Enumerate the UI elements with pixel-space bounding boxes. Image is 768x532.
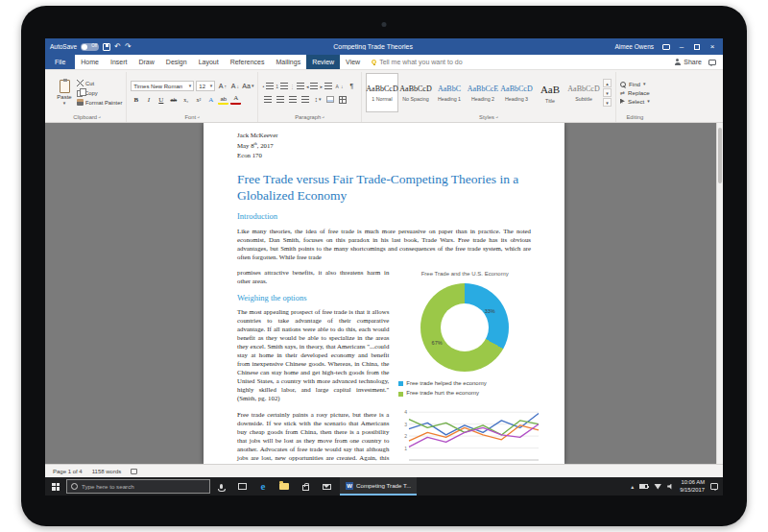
increase-indent-button[interactable]: ▸ [320, 81, 332, 91]
style-title[interactable]: AaB Title [534, 73, 566, 112]
highlight-button[interactable]: ab [218, 94, 228, 105]
underline-button[interactable]: U [156, 94, 166, 105]
copy-button[interactable]: Copy [77, 88, 122, 97]
taskbar-search-box[interactable] [66, 479, 210, 494]
wifi-icon[interactable] [654, 484, 661, 490]
line-chart-svg[interactable]: 1234 [398, 402, 540, 464]
tab-file[interactable]: File [45, 55, 75, 69]
dialog-launcher-icon[interactable]: › [97, 114, 103, 120]
tab-mailings[interactable]: Mailings [270, 55, 306, 69]
legend-swatch [398, 392, 403, 397]
start-button[interactable] [45, 477, 66, 496]
restore-button[interactable] [691, 40, 703, 53]
font-size-combo[interactable]: 12 ▾ [196, 81, 215, 91]
shrink-font-button[interactable]: A↓ [229, 81, 240, 91]
comments-icon[interactable] [708, 60, 716, 65]
proofing-status-icon[interactable] [131, 469, 137, 474]
find-button[interactable]: Find ▾ [620, 81, 650, 87]
chevron-down-icon: ▾ [210, 84, 213, 88]
font-name-combo[interactable]: Times New Roman ▾ [131, 81, 194, 91]
borders-button[interactable] [337, 94, 348, 105]
file-explorer-button[interactable] [274, 477, 295, 496]
decrease-indent-button[interactable]: ◂ [306, 81, 319, 91]
multilevel-list-button[interactable]: ⋮ [290, 81, 304, 91]
change-case-button[interactable]: Aa▾ [242, 81, 253, 91]
scrollbar-thumb[interactable] [718, 128, 722, 183]
edge-button[interactable]: e [252, 477, 274, 496]
tab-home[interactable]: Home [75, 55, 105, 69]
share-button[interactable]: Share [674, 59, 702, 65]
tab-review[interactable]: Review [306, 55, 340, 69]
mail-button[interactable] [316, 477, 337, 496]
align-right-button[interactable] [287, 94, 298, 105]
dialog-launcher-icon[interactable]: › [321, 114, 326, 120]
style-no-spacing[interactable]: AaBbCcD No Spacing [399, 73, 432, 112]
dialog-launcher-icon[interactable]: › [196, 114, 202, 120]
styles-scroll-up-icon[interactable]: ▴ [603, 79, 612, 87]
styles-gallery-more-icon[interactable]: ▾ [603, 98, 612, 107]
style-heading-1[interactable]: AaBbC Heading 1 [433, 73, 466, 112]
tray-expand-icon[interactable]: ▴ [631, 483, 634, 490]
action-center-icon[interactable] [710, 483, 718, 490]
cortana-mic-button[interactable] [210, 477, 231, 496]
document-page[interactable]: Jack McKeever May 8th, 2017 Econ 170 Fre… [204, 123, 564, 464]
signed-in-user[interactable]: Aimee Owens [615, 43, 654, 50]
style-subtitle[interactable]: AaBbCcD Subtitle [567, 73, 600, 112]
replace-button[interactable]: ⇄ Replace [620, 89, 650, 96]
text-effects-button[interactable]: A [205, 94, 216, 105]
ribbon-display-options-button[interactable] [660, 40, 672, 53]
strikethrough-button[interactable]: ab [168, 94, 179, 105]
shading-button[interactable] [324, 94, 335, 105]
superscript-button[interactable]: x² [193, 94, 204, 105]
italic-button[interactable]: I [143, 94, 154, 105]
show-formatting-marks-button[interactable]: ¶ [347, 81, 357, 91]
mail-icon [323, 484, 331, 490]
search-input[interactable] [82, 483, 205, 490]
donut-chart[interactable]: 33% 67% [420, 283, 509, 372]
battery-icon[interactable] [639, 484, 648, 489]
redo-icon[interactable]: ↷ [125, 43, 132, 51]
font-color-button[interactable]: A [230, 94, 241, 105]
format-painter-button[interactable]: Format Painter [77, 99, 122, 106]
taskbar-clock[interactable]: 10:06 AM 9/15/2017 [680, 479, 705, 494]
tab-references[interactable]: References [225, 55, 271, 69]
tab-draw[interactable]: Draw [132, 55, 159, 69]
word-window-taskbar-button[interactable]: W Competing Trade T... [340, 477, 417, 496]
align-center-button[interactable] [275, 94, 285, 105]
cut-button[interactable]: Cut [77, 80, 122, 86]
style-normal[interactable]: AaBbCcD 1 Normal [366, 73, 398, 112]
bullets-button[interactable]: • [262, 81, 274, 91]
save-icon[interactable] [103, 43, 110, 51]
store-bag-icon [302, 485, 309, 491]
page-indicator[interactable]: Page 1 of 4 [53, 469, 83, 474]
style-heading-2[interactable]: AaBbCcE Heading 2 [467, 73, 499, 112]
style-heading-3[interactable]: AaBbCcD Heading 3 [500, 73, 533, 112]
vertical-scrollbar[interactable] [716, 123, 723, 464]
autosave-toggle[interactable]: Off [81, 43, 99, 51]
numbering-button[interactable]: 1 [276, 81, 288, 91]
minimize-button[interactable]: – [676, 40, 687, 53]
sort-button[interactable]: A↓ [334, 81, 345, 91]
doc-paragraph-intro: Like many theories, the idea of free tra… [237, 227, 531, 261]
undo-icon[interactable]: ↶ [114, 43, 121, 51]
tab-layout[interactable]: Layout [193, 55, 225, 69]
volume-icon[interactable] [667, 484, 674, 490]
paste-button[interactable]: Paste ▾ [52, 73, 77, 112]
word-count[interactable]: 1158 words [92, 469, 122, 474]
tab-insert[interactable]: Insert [105, 55, 133, 69]
subscript-button[interactable]: x₂ [180, 94, 191, 105]
select-button[interactable]: Select ▾ [620, 98, 650, 105]
dialog-launcher-icon[interactable]: › [494, 114, 500, 120]
justify-button[interactable] [300, 94, 310, 105]
task-view-button[interactable] [231, 477, 252, 496]
tab-design[interactable]: Design [160, 55, 193, 69]
styles-scroll-down-icon[interactable]: ▾ [603, 88, 612, 97]
tab-view[interactable]: View [340, 55, 366, 69]
tell-me-box[interactable]: Tell me what you want to do [366, 55, 468, 69]
line-spacing-button[interactable]: ↕▾ [312, 94, 323, 105]
grow-font-button[interactable]: A↑ [217, 81, 228, 91]
bold-button[interactable]: B [131, 94, 141, 105]
align-left-button[interactable] [262, 94, 273, 105]
store-button[interactable] [295, 477, 316, 496]
close-button[interactable]: × [707, 40, 718, 53]
